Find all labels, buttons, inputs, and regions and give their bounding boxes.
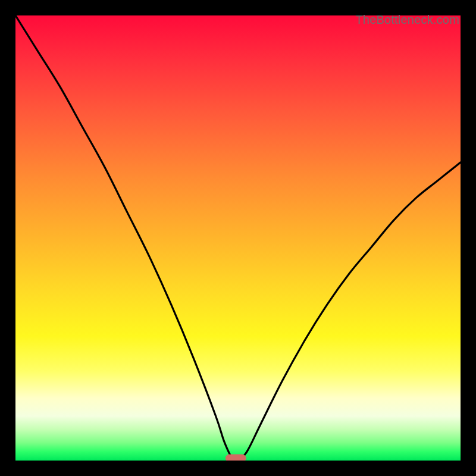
- plot-area: [15, 15, 461, 461]
- curve-path: [15, 15, 461, 461]
- chart-stage: TheBottleneck.com: [0, 0, 476, 476]
- bottleneck-curve: [15, 15, 461, 461]
- watermark-text: TheBottleneck.com: [355, 13, 459, 27]
- minimum-marker: [226, 455, 246, 461]
